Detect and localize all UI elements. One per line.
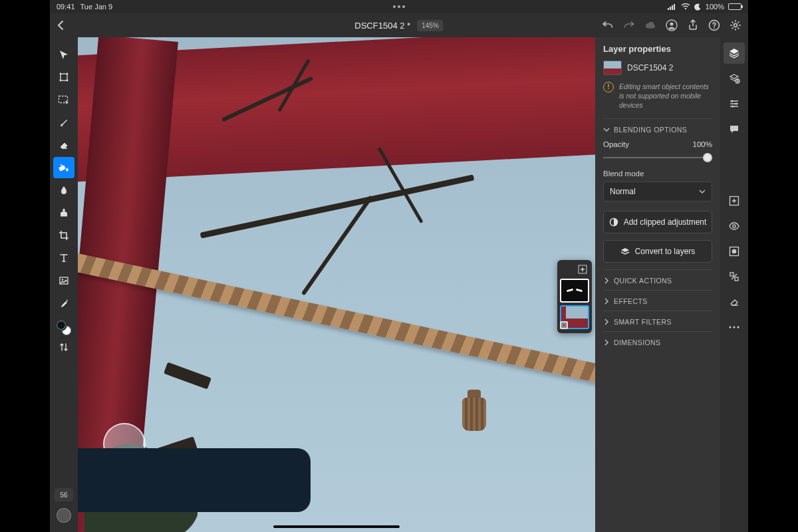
svg-rect-10	[61, 74, 67, 80]
svg-rect-17	[63, 209, 65, 211]
svg-point-32	[732, 249, 737, 254]
place-photo-tool[interactable]	[53, 270, 74, 291]
svg-point-13	[60, 80, 62, 82]
more-icon[interactable]	[724, 317, 745, 338]
layer-thumbnail	[603, 61, 622, 75]
warning-icon: !	[603, 82, 614, 92]
svg-rect-34	[735, 277, 738, 281]
zoom-level-badge[interactable]: 145%	[417, 20, 444, 31]
mask-icon[interactable]	[724, 241, 745, 262]
svg-point-20	[62, 279, 63, 280]
svg-point-30	[733, 225, 735, 227]
clone-stamp-tool[interactable]	[53, 202, 74, 223]
svg-point-8	[714, 27, 715, 29]
svg-rect-1	[670, 7, 671, 10]
section-smart-filters[interactable]: SMART FILTERS	[603, 311, 712, 331]
chevron-right-icon	[603, 339, 610, 346]
svg-point-28	[732, 105, 733, 107]
canvas[interactable]	[78, 37, 595, 532]
brush-size-indicator[interactable]: 56	[55, 488, 73, 501]
svg-point-6	[670, 22, 673, 25]
smudge-tool[interactable]	[53, 180, 74, 201]
adjustment-icon	[609, 217, 618, 227]
signal-icon	[668, 3, 677, 10]
svg-point-4	[685, 8, 686, 9]
comments-tab[interactable]	[724, 118, 745, 140]
help-button[interactable]	[708, 19, 720, 31]
svg-rect-0	[668, 8, 669, 10]
chevron-down-icon	[603, 126, 610, 133]
blend-mode-label: Blend mode	[603, 170, 712, 178]
status-date: Tue Jan 9	[80, 3, 113, 11]
eraser-tool[interactable]	[53, 134, 74, 156]
crop-tool[interactable]	[53, 225, 74, 246]
layer-thumb-mask[interactable]	[560, 279, 589, 303]
add-icon[interactable]	[724, 190, 745, 211]
add-clipped-adjustment-button[interactable]: Add clipped adjustment	[603, 211, 712, 233]
chevron-right-icon	[603, 319, 610, 325]
add-layer-button[interactable]	[576, 263, 589, 276]
color-swatches[interactable]	[55, 319, 72, 336]
clip-icon[interactable]	[724, 266, 745, 287]
erase-rail-icon[interactable]	[724, 291, 745, 313]
opacity-label: Opacity	[603, 140, 629, 148]
app-top-bar: DSCF1504 2 * 145%	[50, 13, 748, 37]
svg-rect-23	[563, 325, 565, 327]
layers-panel-tab[interactable]	[724, 43, 745, 64]
settings-button[interactable]	[730, 19, 741, 31]
compact-layers-panel	[557, 260, 592, 333]
cloud-sync-icon[interactable]	[644, 19, 656, 31]
selection-tool[interactable]	[53, 89, 74, 110]
blend-mode-select[interactable]: Normal	[603, 182, 712, 201]
active-layer-row[interactable]: DSCF1504 2	[603, 61, 712, 75]
convert-to-layers-button[interactable]: Convert to layers	[603, 240, 712, 263]
contextual-toolbar[interactable]	[78, 448, 311, 512]
chevron-right-icon	[603, 277, 610, 284]
wifi-icon	[681, 3, 690, 10]
layer-thumb-image[interactable]	[560, 305, 589, 329]
back-button[interactable]	[57, 20, 65, 31]
section-quick-actions[interactable]: QUICK ACTIONS	[603, 269, 712, 290]
undo-button[interactable]	[602, 19, 614, 31]
opacity-value: 100%	[693, 140, 712, 148]
eyedropper-tool[interactable]	[53, 293, 74, 314]
section-dimensions[interactable]: DIMENSIONS	[603, 331, 712, 352]
layer-name: DSCF1504 2	[627, 63, 673, 72]
share-button[interactable]	[687, 19, 699, 31]
section-effects[interactable]: EFFECTS	[603, 290, 712, 311]
account-icon[interactable]	[666, 19, 678, 31]
brush-tool[interactable]	[53, 112, 74, 133]
touch-shortcut-indicator[interactable]	[57, 508, 71, 523]
redo-button[interactable]	[623, 19, 635, 31]
visibility-icon[interactable]	[724, 215, 745, 237]
home-indicator[interactable]	[273, 525, 400, 528]
svg-point-36	[733, 327, 735, 329]
svg-point-27	[735, 102, 737, 104]
svg-point-37	[737, 327, 739, 329]
swap-colors-icon[interactable]	[53, 338, 74, 356]
left-toolbar: 56	[50, 37, 78, 532]
smart-object-badge-icon	[560, 321, 568, 329]
svg-rect-2	[672, 5, 673, 10]
move-tool[interactable]	[53, 44, 74, 65]
svg-rect-33	[730, 273, 733, 276]
battery-icon	[728, 3, 741, 10]
svg-rect-18	[61, 215, 67, 217]
section-blending-options[interactable]: BLENDING OPTIONS	[603, 118, 712, 139]
fill-tool[interactable]	[53, 157, 74, 178]
adjustments-tab[interactable]	[724, 93, 745, 114]
opacity-slider[interactable]	[603, 152, 712, 163]
transform-tool[interactable]	[53, 66, 74, 88]
chevron-right-icon	[603, 298, 610, 305]
layer-properties-tab[interactable]	[724, 68, 745, 89]
layers-icon	[620, 247, 630, 256]
svg-point-26	[731, 100, 733, 102]
dnd-moon-icon	[694, 3, 702, 11]
layer-properties-panel: Layer properties DSCF1504 2 ! Editing sm…	[595, 37, 720, 532]
battery-pct: 100%	[706, 3, 724, 11]
panel-title: Layer properties	[603, 44, 712, 54]
ipad-status-bar: 09:41 Tue Jan 9 100%	[50, 0, 748, 13]
multitask-dots[interactable]	[393, 5, 405, 8]
type-tool[interactable]	[53, 247, 74, 269]
svg-point-11	[60, 73, 62, 75]
